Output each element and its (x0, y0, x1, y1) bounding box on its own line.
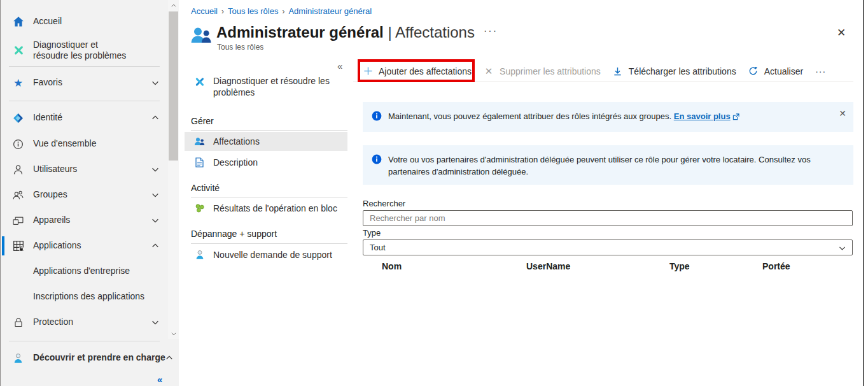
command-bar: Ajouter des affectations ✕ Supprimer les… (353, 61, 853, 82)
menu-item-description[interactable]: Description (185, 153, 347, 172)
azure-portal-window: Accueil Diagnostiquer et résoudre les pr… (0, 0, 868, 386)
divider (191, 130, 347, 131)
close-icon[interactable]: ✕ (837, 26, 846, 39)
learn-more-link[interactable]: En savoir plus (674, 111, 731, 121)
divider (191, 197, 347, 197)
person-icon (12, 164, 24, 176)
title-more-icon[interactable]: ··· (484, 25, 498, 37)
sidebar-item-groupes[interactable]: Groupes (1, 182, 168, 208)
scrollbar-down-icon[interactable] (168, 328, 179, 339)
menu-item-label: Description (213, 157, 258, 168)
sidebar-item-accueil[interactable]: Accueil (1, 9, 168, 34)
sidebar-item-identite[interactable]: Identité (1, 105, 168, 131)
menu-item-diagnostiquer[interactable]: Diagnostiquer et résoudre les problèmes (185, 71, 347, 104)
sidebar-item-applications[interactable]: Applications (1, 233, 168, 259)
chevron-up-icon (151, 241, 160, 250)
chevron-down-icon (838, 244, 846, 252)
sidebar-item-appareils[interactable]: Appareils (1, 208, 168, 233)
menu-item-resultats-operation[interactable]: Résultats de l'opération en bloc (185, 199, 347, 218)
download-assignments-button[interactable]: Télécharger les attributions (613, 66, 736, 76)
document-icon (194, 157, 205, 168)
banner-message: Maintenant, vous pouvez également attrib… (388, 111, 671, 121)
column-header-nom: Nom (382, 261, 402, 271)
sidebar-item-applications-entreprise[interactable]: Applications d'entreprise (1, 259, 168, 284)
page-title: Administrateur général | Affectations (216, 24, 475, 41)
sidebar-item-label: Vue d'ensemble (33, 138, 96, 150)
menu-item-affectations[interactable]: Affectations (185, 132, 347, 151)
sidebar-item-decouvrir[interactable]: Découvrir et prendre en charge (1, 345, 179, 371)
scrollbar-thumb[interactable] (169, 11, 178, 161)
type-select-value: Tout (370, 243, 386, 252)
type-label: Type (363, 228, 381, 238)
info-icon (372, 111, 382, 121)
sidebar-scrollbar[interactable] (168, 0, 179, 339)
sidebar-item-label: Favoris (33, 77, 62, 89)
divider (9, 101, 160, 101)
column-header-type: Type (669, 261, 690, 271)
sidebar-item-protection[interactable]: Protection (1, 310, 168, 335)
banner-close-icon[interactable]: ✕ (839, 107, 846, 120)
search-input[interactable] (363, 210, 853, 226)
banner-text: Maintenant, vous pouvez également attrib… (388, 111, 739, 123)
sidebar-item-vue-densemble[interactable]: Vue d'ensemble (1, 131, 168, 157)
breadcrumb-tous-les-roles[interactable]: Tous les rôles (228, 6, 278, 16)
chevron-down-icon (151, 216, 160, 225)
download-icon (613, 66, 623, 76)
toolbar-more-icon[interactable]: ··· (815, 66, 826, 76)
menu-item-label: Affectations (213, 136, 260, 147)
wrench-icon (12, 45, 24, 57)
refresh-icon (748, 66, 759, 76)
sidebar-collapse-icon[interactable]: « (157, 374, 161, 385)
chevron-down-icon (151, 165, 160, 174)
menu-item-nouvelle-demande[interactable]: Nouvelle demande de support (185, 245, 347, 264)
add-assignments-label: Ajouter des affectations (379, 66, 472, 76)
menu-item-label: Nouvelle demande de support (213, 250, 332, 260)
add-assignments-button[interactable]: Ajouter des affectations (363, 66, 472, 76)
window-right-edge (863, 0, 864, 386)
breadcrumb-accueil[interactable]: Accueil (191, 6, 218, 16)
divider (9, 341, 160, 341)
info-banner-delegated-admin: Votre ou vos partenaires d'administratio… (363, 145, 853, 185)
scrollbar-up-icon[interactable] (168, 0, 179, 11)
support-request-icon (194, 250, 205, 261)
x-icon: ✕ (484, 66, 494, 76)
breadcrumb-separator: › (282, 7, 284, 16)
sidebar-item-label: Appareils (33, 215, 70, 226)
menu-section-activite: Activité (191, 183, 220, 193)
menu-item-label: Résultats de l'opération en bloc (213, 203, 337, 213)
column-header-username: UserName (526, 261, 570, 271)
chevron-down-icon (151, 318, 160, 327)
assignments-people-icon (194, 136, 205, 147)
menu-collapse-icon[interactable]: « (337, 61, 341, 71)
support-person-icon (12, 352, 24, 364)
sidebar-item-diagnostiquer[interactable]: Diagnostiquer et résoudre les problèmes (1, 33, 168, 68)
refresh-label: Actualiser (764, 66, 803, 76)
download-assignments-label: Télécharger les attributions (629, 66, 736, 76)
sidebar-item-label: Applications d'entreprise (33, 266, 130, 277)
wrench-icon (194, 76, 205, 87)
breadcrumb: Accueil › Tous les rôles › Administrateu… (191, 6, 372, 16)
breadcrumb-administrateur-general[interactable]: Administrateur général (288, 6, 372, 16)
delete-assignments-button: ✕ Supprimer les attributions (484, 66, 601, 76)
sidebar-item-utilisateurs[interactable]: Utilisateurs (1, 157, 168, 182)
role-people-icon (190, 26, 212, 44)
chevron-down-icon (151, 78, 160, 87)
chevron-up-icon (151, 113, 160, 122)
star-icon: ★ (12, 77, 24, 89)
divider (191, 243, 347, 244)
sidebar-item-inscriptions-applications[interactable]: Inscriptions des applications (1, 284, 168, 310)
sidebar-item-label: Applications (33, 240, 81, 252)
divider (9, 66, 160, 67)
info-banner-groups: Maintenant, vous pouvez également attrib… (363, 102, 853, 132)
sidebar-item-label: Identité (33, 112, 62, 124)
sidebar-item-label: Protection (33, 317, 73, 328)
chevron-down-icon (151, 190, 160, 199)
sidebar-item-favoris[interactable]: ★ Favoris (1, 70, 168, 96)
delete-assignments-label: Supprimer les attributions (500, 66, 601, 76)
type-select[interactable]: Tout (363, 239, 853, 255)
assignments-table-header: Nom UserName Type Portée (353, 261, 853, 275)
refresh-button[interactable]: Actualiser (748, 66, 803, 76)
page-title-suffix: | Affectations (388, 24, 475, 41)
sidebar-item-label: Inscriptions des applications (33, 291, 144, 303)
banner-message: Votre ou vos partenaires d'administratio… (388, 154, 815, 178)
